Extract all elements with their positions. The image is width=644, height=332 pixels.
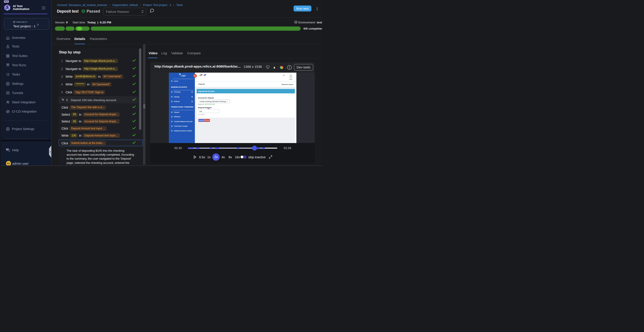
- svg-text:?: ?: [7, 148, 8, 150]
